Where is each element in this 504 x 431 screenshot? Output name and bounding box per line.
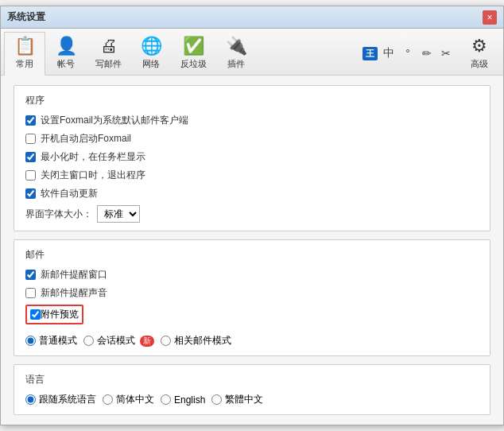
lang-zh-cn-label[interactable]: 简体中文 (103, 393, 154, 406)
language-radio-group: 跟随系统语言 简体中文 English 繁體中文 (25, 393, 479, 406)
checkbox-default-client: 设置Foxmail为系统默认邮件客户端 (25, 114, 479, 127)
lang-system-label[interactable]: 跟随系统语言 (25, 393, 96, 406)
checkbox-attachment-preview-input[interactable] (30, 309, 41, 320)
font-size-label: 界面字体大小： (25, 208, 92, 221)
lang-en-radio[interactable] (161, 394, 171, 405)
checkbox-autostart-label: 开机自动启动Foxmail (41, 132, 131, 146)
mode-radio-group: 普通模式 会话模式 新 相关邮件模式 (25, 334, 479, 348)
toolbar: 📋 常用 👤 帐号 🖨 写邮件 🌐 网络 ✅ 反垃圾 🔌 插件 王 中 ° ✏ (1, 29, 503, 76)
checkbox-attachment-preview-label: 附件预览 (41, 308, 79, 321)
lang-system-radio[interactable] (25, 394, 36, 405)
checkbox-close-label: 关闭主窗口时，退出程序 (41, 169, 145, 182)
tab-advanced-label: 高级 (471, 58, 488, 70)
content-area: 程序 设置Foxmail为系统默认邮件客户端 开机自动启动Foxmail 最小化… (1, 76, 503, 425)
tab-account-label: 帐号 (57, 58, 75, 70)
program-section-title: 程序 (25, 94, 479, 107)
toolbar-right: 王 中 ° ✏ ✂ (359, 32, 459, 75)
checkbox-notify-window-label: 新邮件提醒窗口 (41, 268, 107, 282)
checkbox-notify-sound-input[interactable] (25, 288, 36, 298)
window-title: 系统设置 (7, 10, 483, 24)
language-section: 语言 跟随系统语言 简体中文 English 繁體中文 (14, 364, 490, 415)
tab-antispam-label: 反垃圾 (180, 58, 207, 70)
lang-system-text: 跟随系统语言 (39, 393, 96, 406)
tab-general[interactable]: 📋 常用 (4, 32, 45, 76)
lang-zh-tw-text: 繁體中文 (225, 393, 263, 406)
wang-badge: 王 (362, 47, 378, 60)
tab-advanced[interactable]: ⚙ 高级 (459, 32, 500, 75)
tab-antispam[interactable]: ✅ 反垃圾 (172, 32, 215, 75)
plugin-icon: 🔌 (226, 36, 247, 56)
edit-btn[interactable]: ✏ (417, 44, 436, 63)
compose-icon: 🖨 (100, 36, 118, 56)
lang-en-text: English (174, 394, 205, 406)
tab-plugin-label: 插件 (227, 58, 245, 70)
font-size-row: 界面字体大小： 标准 大 小 (25, 205, 479, 223)
lang-en-label[interactable]: English (161, 394, 205, 406)
mode-conversation-radio[interactable] (83, 336, 94, 346)
settings-window: 系统设置 × 📋 常用 👤 帐号 🖨 写邮件 🌐 网络 ✅ 反垃圾 🔌 插件 (0, 6, 504, 425)
mode-conversation-label[interactable]: 会话模式 新 (83, 334, 154, 348)
mail-section-title: 邮件 (25, 248, 479, 262)
checkbox-minimize: 最小化时，在任务栏显示 (25, 150, 479, 164)
tab-network-label: 网络 (142, 58, 160, 70)
checkbox-default-client-label: 设置Foxmail为系统默认邮件客户端 (41, 114, 188, 127)
mode-related-text: 相关邮件模式 (174, 334, 231, 348)
checkbox-autostart: 开机自动启动Foxmail (25, 132, 479, 146)
mode-conversation-text: 会话模式 (97, 334, 135, 348)
checkbox-update-input[interactable] (25, 188, 36, 199)
network-icon: 🌐 (141, 36, 162, 56)
attachment-preview-row: 附件预览 (25, 305, 479, 329)
mode-normal-text: 普通模式 (39, 334, 77, 348)
title-bar: 系统设置 × (1, 6, 503, 29)
mode-normal-radio[interactable] (25, 336, 36, 346)
mode-normal-label[interactable]: 普通模式 (25, 334, 77, 348)
mail-section: 邮件 新邮件提醒窗口 新邮件提醒声音 附件预览 普通模式 (14, 239, 490, 356)
language-section-title: 语言 (25, 373, 479, 386)
checkbox-notify-sound: 新邮件提醒声音 (25, 286, 479, 300)
lang-zh-tw-radio[interactable] (211, 394, 222, 405)
general-icon: 📋 (14, 36, 36, 56)
account-icon: 👤 (56, 36, 77, 56)
checkbox-autostart-input[interactable] (25, 134, 36, 144)
tab-compose-label: 写邮件 (95, 58, 122, 70)
new-badge: 新 (140, 336, 154, 347)
lang-zh-cn-radio[interactable] (103, 394, 113, 405)
tab-plugin[interactable]: 🔌 插件 (215, 32, 257, 75)
cut-btn[interactable]: ✂ (436, 44, 456, 63)
mode-related-label[interactable]: 相关邮件模式 (161, 334, 231, 348)
checkbox-notify-sound-label: 新邮件提醒声音 (41, 286, 107, 300)
attachment-preview-highlight: 附件预览 (25, 305, 83, 324)
tab-compose[interactable]: 🖨 写邮件 (87, 32, 130, 75)
checkbox-notify-window-input[interactable] (25, 270, 36, 280)
checkbox-update: 软件自动更新 (25, 187, 479, 200)
antispam-icon: ✅ (183, 36, 204, 56)
lang-zh-tw-label[interactable]: 繁體中文 (211, 393, 263, 406)
program-section: 程序 设置Foxmail为系统默认邮件客户端 开机自动启动Foxmail 最小化… (14, 85, 490, 231)
degree-btn[interactable]: ° (398, 44, 417, 63)
checkbox-update-label: 软件自动更新 (41, 187, 98, 200)
advanced-icon: ⚙ (471, 36, 487, 56)
tab-network[interactable]: 🌐 网络 (130, 32, 172, 75)
checkbox-default-client-input[interactable] (25, 115, 36, 126)
font-size-select[interactable]: 标准 大 小 (97, 205, 140, 223)
checkbox-close: 关闭主窗口时，退出程序 (25, 169, 479, 182)
checkbox-minimize-input[interactable] (25, 152, 36, 162)
chinese-btn[interactable]: 中 (379, 44, 398, 63)
tab-account[interactable]: 👤 帐号 (45, 32, 87, 75)
checkbox-close-input[interactable] (25, 170, 36, 181)
checkbox-notify-window: 新邮件提醒窗口 (25, 268, 479, 282)
lang-zh-cn-text: 简体中文 (116, 393, 154, 406)
checkbox-minimize-label: 最小化时，在任务栏显示 (41, 150, 145, 164)
close-button[interactable]: × (483, 10, 497, 25)
tab-general-label: 常用 (16, 58, 33, 70)
mode-related-radio[interactable] (161, 336, 171, 346)
